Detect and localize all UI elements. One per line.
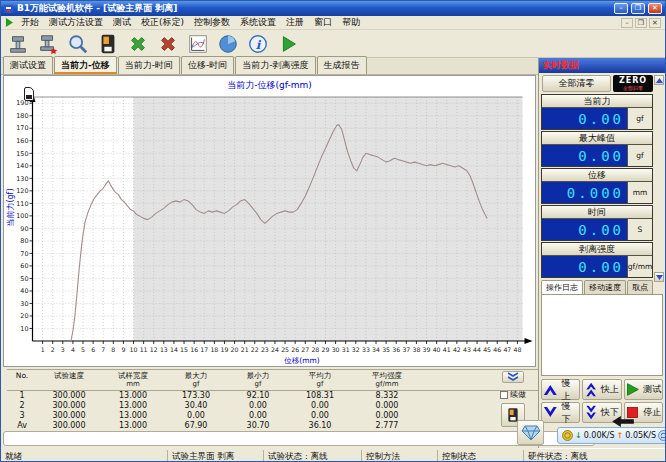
tab-4[interactable]: 位移-时间 <box>181 56 234 74</box>
continue-checkbox[interactable]: 续做 <box>500 389 526 400</box>
readout-unit: gf <box>627 108 652 129</box>
control-play-button[interactable]: 测试 <box>624 379 663 400</box>
main-area: 测试设置当前力-位移当前力-时间位移-时间当前力-剥离强度生成报告 当前力-位移… <box>1 58 665 448</box>
delete-red-button[interactable] <box>155 31 181 56</box>
delete-green-button[interactable] <box>125 31 151 56</box>
readout-4: 时间0.00S <box>541 205 653 241</box>
svg-text:38: 38 <box>412 346 420 353</box>
checkbox-label: 续做 <box>510 389 526 400</box>
force-displacement-chart: 1234567891011121314151617181920212223242… <box>4 91 535 365</box>
memory-card-icon <box>97 33 119 55</box>
status-segment-3: 试验状态：离线 <box>263 450 361 462</box>
table-cell: 13.000 <box>101 391 165 401</box>
readouts: 当前力0.00gf最大峰值0.00gf位移0.000mm时间0.00S剥离强度0… <box>539 94 665 279</box>
table-cell: 0.000 <box>351 411 423 421</box>
menu-item-3[interactable]: 测试 <box>108 17 136 27</box>
menu-item-2[interactable]: 测试方法设置 <box>44 17 108 27</box>
svg-text:24: 24 <box>271 346 279 353</box>
scroll-down-button[interactable] <box>654 272 664 282</box>
table-cell: 0.00 <box>165 411 227 421</box>
chart-title: 当前力-位移(gf-mm) <box>4 76 535 91</box>
close-button[interactable]: ✕ <box>648 3 662 14</box>
table-cell: Av <box>7 421 37 431</box>
svg-text:46: 46 <box>493 346 501 353</box>
zero-button-sublabel: 全部归零 <box>613 85 653 91</box>
svg-text:48: 48 <box>514 346 522 353</box>
menu-item-9[interactable]: 帮助 <box>337 17 365 27</box>
menu-item-5[interactable]: 控制参数 <box>189 17 235 27</box>
checkbox-box[interactable] <box>500 391 508 399</box>
tab-6[interactable]: 生成报告 <box>317 56 367 74</box>
mdi-minimize-button[interactable]: – <box>621 18 633 28</box>
svg-text:42: 42 <box>453 346 461 353</box>
menu-item-6[interactable]: 系统设置 <box>235 17 281 27</box>
status-bar: 就绪试验主界面 剥离试验状态：离线控制方法控制状态硬件状态：离线 <box>1 448 665 462</box>
mdi-restore-button[interactable]: ❐ <box>635 18 647 28</box>
svg-text:14: 14 <box>170 346 178 353</box>
mdi-close-button[interactable]: ✕ <box>649 18 661 28</box>
status-segment-1: 就绪 <box>1 450 167 462</box>
machine-icon <box>7 33 29 55</box>
collapse-table-button[interactable] <box>502 371 524 383</box>
log-tab-3[interactable]: 取点 <box>627 280 653 294</box>
zoom-button[interactable] <box>65 31 91 56</box>
table-cell: 13.000 <box>101 401 165 411</box>
svg-text:19: 19 <box>221 346 229 353</box>
memory-card-button[interactable] <box>95 31 121 56</box>
tab-1[interactable]: 测试设置 <box>3 56 53 74</box>
control-arrow-up-double-button[interactable]: 快上 <box>582 379 621 400</box>
svg-text:140: 140 <box>16 162 28 170</box>
run-button[interactable] <box>275 31 301 56</box>
svg-text:9: 9 <box>121 346 125 353</box>
tab-2[interactable]: 当前力-位移 <box>54 56 117 74</box>
control-label: 慢下 <box>562 400 580 426</box>
svg-text:150: 150 <box>16 150 28 158</box>
menu-item-8[interactable]: 窗口 <box>309 17 337 27</box>
menu-item-4[interactable]: 校正(标定) <box>136 17 189 27</box>
machine-button[interactable] <box>5 31 31 56</box>
net-down-value: 0.00K/S <box>584 431 615 440</box>
table-cell: 0.000 <box>351 401 423 411</box>
svg-text:44: 44 <box>473 346 481 353</box>
log-tab-1[interactable]: 操作日志 <box>541 280 583 294</box>
svg-text:30: 30 <box>20 300 28 308</box>
log-tab-2[interactable]: 移动速度 <box>584 280 626 294</box>
machine-config-button[interactable] <box>35 31 61 56</box>
svg-text:22: 22 <box>251 346 259 353</box>
info-button[interactable]: i <box>245 31 271 56</box>
app-icon <box>4 4 14 14</box>
minimize-button[interactable]: – <box>614 3 628 14</box>
delete-red-icon <box>157 33 179 55</box>
table-cell: 30.40 <box>165 401 227 411</box>
scroll-up-button[interactable] <box>654 75 664 85</box>
graph-button[interactable] <box>185 31 211 56</box>
svg-text:11: 11 <box>140 346 148 353</box>
coin-icon <box>562 430 573 441</box>
readout-3: 位移0.000mm <box>541 168 653 204</box>
info-icon: i <box>247 33 269 55</box>
message-strip <box>3 431 595 446</box>
control-arrow-down-single-button[interactable]: 慢下 <box>541 402 580 423</box>
status-segment-4: 控制方法 <box>361 450 437 462</box>
svg-text:8: 8 <box>111 346 115 353</box>
zero-button[interactable]: ZERO 全部归零 <box>613 75 653 92</box>
tab-3[interactable]: 当前力-时间 <box>118 56 180 74</box>
zero-all-button[interactable]: 全部清零 <box>542 75 611 92</box>
pie-chart-icon <box>217 33 239 55</box>
table-col-header: 最大力gf <box>165 370 227 390</box>
tab-5[interactable]: 当前力-剥离强度 <box>235 56 315 74</box>
control-arrow-up-single-button[interactable]: 慢上 <box>541 379 580 400</box>
table-cell: 13.000 <box>101 421 165 431</box>
restore-button[interactable]: ❐ <box>631 3 645 14</box>
net-up-value: 0.05K/S <box>625 431 656 440</box>
menu-item-7[interactable]: 注册 <box>281 17 309 27</box>
gem-button[interactable] <box>517 420 544 445</box>
chart-page-icon[interactable] <box>24 87 34 101</box>
readout-value: 0.00 <box>542 256 627 277</box>
menu-item-1[interactable]: 开始 <box>16 17 44 27</box>
pie-chart-button[interactable] <box>215 31 241 56</box>
svg-text:10: 10 <box>20 325 28 333</box>
svg-text:1: 1 <box>41 346 45 353</box>
zero-button-label: ZERO <box>613 76 653 85</box>
svg-text:26: 26 <box>291 346 299 353</box>
